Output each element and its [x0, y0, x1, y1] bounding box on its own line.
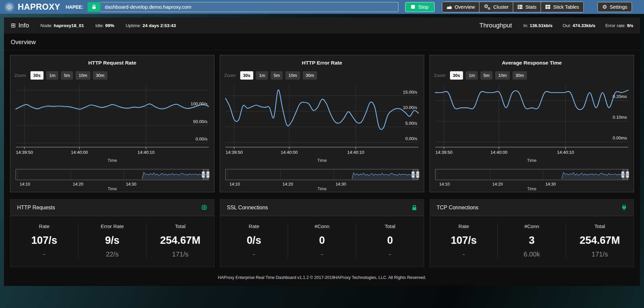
navigator-svg[interactable]: 14:1014:2014:30Time [13, 168, 211, 191]
zoom-label: Zoom [224, 73, 236, 78]
lock-icon [411, 204, 417, 211]
stat-column: Rate 107/s - [430, 223, 497, 258]
x-axis-label: 14:40:10 [137, 150, 155, 155]
navigator-axis-label: 14:30 [126, 182, 136, 187]
stat-column: Total 254.67M 171/s [146, 223, 214, 258]
x-axis-label: 14:39:50 [16, 150, 33, 155]
navigator-axis-label: 14:20 [282, 182, 293, 187]
zoom-label: Zoom [14, 73, 26, 78]
x-axis-label: 14:40:10 [347, 150, 364, 155]
stat-column: Total 0 - [356, 223, 424, 258]
url-bar [87, 2, 398, 12]
y-axis-label: 15.00/s [403, 90, 417, 95]
nav-cluster-button[interactable]: ⚙⚙ Cluster [479, 2, 513, 12]
url-input[interactable] [101, 2, 398, 12]
throughput-group: Throughput In:136.51kb/s Out:474.33kb/s … [479, 22, 633, 29]
node-stat: Node:haproxy18_01 [40, 23, 84, 28]
topbar: HAPROXY HAPEE: Stop Overview ⚙⚙ Cluster [0, 0, 644, 14]
navigator-handle[interactable] [202, 172, 205, 178]
haproxy-brand: HAPROXY [3, 1, 60, 13]
zoom-10m-button[interactable]: 10m [495, 71, 510, 80]
settings-button[interactable]: ⚙ Settings [597, 2, 632, 12]
nav-stats-button[interactable]: Stats [513, 2, 541, 12]
zoom-controls: Zoom30s1m5m10m30m [224, 71, 421, 80]
navigator-handle[interactable] [207, 172, 209, 178]
zoom-5m-button[interactable]: 5m [480, 71, 492, 80]
navigator-axis-label: 14:10 [439, 182, 450, 187]
charts-row: HTTP Request Rate Zoom30s1m5m10m30m 0.00… [4, 55, 640, 194]
throughput-title: Throughput [479, 22, 512, 29]
plug-icon [621, 204, 627, 211]
chart-panel-http-request-rate: HTTP Request Rate Zoom30s1m5m10m30m 0.00… [10, 55, 214, 192]
x-axis-label: 14:39:50 [226, 150, 243, 155]
zoom-30m-button[interactable]: 30m [303, 71, 317, 80]
nav-overview-label: Overview [455, 4, 475, 10]
chart-panel-http-error-rate: HTTP Error Rate Zoom30s1m5m10m30m 0.00/s… [220, 55, 424, 192]
x-axis-label: 14:39:50 [436, 150, 453, 155]
zoom-10m-button[interactable]: 10m [285, 71, 300, 80]
x-axis-label: 14:40:00 [281, 150, 298, 155]
zoom-1m-button[interactable]: 1m [46, 71, 58, 80]
idle-stat: Idle:99% [95, 23, 114, 28]
zoom-30s-button[interactable]: 30s [240, 71, 254, 80]
main-chart-svg[interactable]: 0.00/s5.00/s10.00/s15.00/s14:39:5014:40:… [223, 81, 421, 167]
zoom-30s-button[interactable]: 30s [450, 71, 463, 80]
zoom-1m-button[interactable]: 1m [466, 71, 478, 80]
y-axis-label: 0.00/s [195, 136, 207, 141]
main-chart-svg[interactable]: 0.00/s50.00/s100.00/s14:39:5014:40:0014:… [13, 81, 211, 167]
stat-column: Total 254.67M 171/s [566, 223, 634, 258]
zoom-30s-button[interactable]: 30s [30, 71, 44, 80]
ssl-connections-card: SSL Connections Rate 0/s - #Conn 0 - [220, 199, 424, 267]
stop-square-icon [411, 5, 415, 9]
zoom-1m-button[interactable]: 1m [256, 71, 268, 80]
navigator-handle[interactable] [417, 172, 419, 178]
x-axis-label: 14:40:00 [490, 150, 508, 155]
card-body: Rate 107/s - Error Rate 9/s 22/s Total 2… [10, 216, 214, 267]
navigator-svg[interactable]: 14:1014:2014:30Time [223, 168, 421, 191]
zoom-30m-button[interactable]: 30m [513, 71, 527, 80]
x-axis-title: Time [527, 158, 537, 163]
nav-stick-tables-button[interactable]: Stick Tables [541, 2, 583, 12]
main-chart-svg[interactable]: 0.00ms0.10ms0.20ms14:39:5014:40:0014:40:… [433, 81, 631, 167]
x-axis-label: 14:40:00 [71, 150, 88, 155]
navigator-handle[interactable] [622, 172, 624, 178]
zoom-controls: Zoom30s1m5m10m30m [14, 71, 211, 80]
throughput-in: In:136.51kb/s [523, 23, 552, 28]
navigator-axis-label: 14:10 [229, 182, 240, 187]
area-chart-icon [447, 5, 452, 9]
chart-title: HTTP Error Rate [223, 60, 421, 66]
nav-overview-button[interactable]: Overview [442, 2, 479, 12]
zoom-30m-button[interactable]: 30m [93, 71, 107, 80]
navigator-svg[interactable]: 14:1014:2014:30Time [433, 168, 631, 191]
card-body: Rate 0/s - #Conn 0 - Total 0 - [220, 216, 424, 267]
y-axis-label: 0.00ms [613, 136, 627, 141]
url-lock-button[interactable] [87, 2, 101, 12]
nav-stats-label: Stats [525, 4, 536, 10]
section-title: Overview [11, 39, 633, 46]
http-requests-card: HTTP Requests Rate 107/s - Error Rate [10, 199, 214, 267]
navigator-axis-label: 14:30 [336, 182, 346, 187]
card-header: HTTP Requests [10, 199, 214, 216]
gear-icon: ⚙ [602, 4, 607, 10]
overview-section-header: Overview [4, 33, 640, 50]
card-body: Rate 107/s - #Conn 3 6.00k Total 254.67M… [430, 216, 634, 267]
info-toggle[interactable]: ⊞ Info [11, 22, 29, 29]
stat-column: #Conn 3 6.00k [497, 223, 565, 258]
main-nav: Overview ⚙⚙ Cluster Stats Stick Tables [442, 2, 584, 12]
chart-title: Average Response Time [433, 60, 631, 66]
globe-icon [201, 204, 207, 211]
card-header: TCP Connections [430, 199, 634, 216]
zoom-10m-button[interactable]: 10m [76, 71, 90, 80]
settings-label: Settings [610, 4, 627, 10]
main-content: ⊞ Info Node:haproxy18_01 Idle:99% Uptime… [4, 17, 640, 286]
stop-button[interactable]: Stop [405, 2, 435, 12]
stop-label: Stop [418, 4, 429, 10]
navigator-handle[interactable] [412, 172, 415, 178]
hapee-label: HAPEE: [66, 4, 83, 10]
gears-icon: ⚙⚙ [484, 4, 490, 10]
throughput-out: Out:474.33kb/s [563, 23, 595, 28]
nav-stick-tables-label: Stick Tables [553, 4, 579, 10]
zoom-5m-button[interactable]: 5m [271, 71, 283, 80]
navigator-handle[interactable] [626, 172, 629, 178]
zoom-5m-button[interactable]: 5m [61, 71, 73, 80]
